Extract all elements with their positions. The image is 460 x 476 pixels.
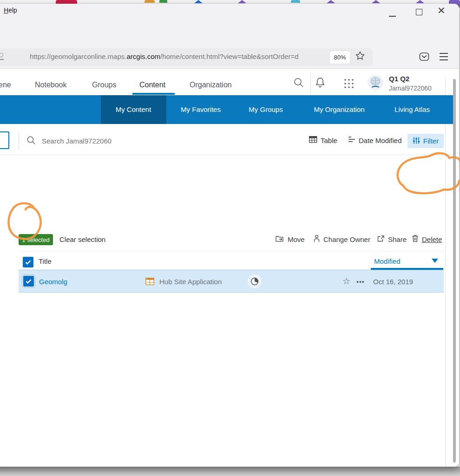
close-button[interactable]: ✕	[437, 5, 446, 16]
zoom-level-value: 80%	[334, 54, 346, 61]
hamburger-menu-icon[interactable]	[440, 53, 448, 60]
url-prefix: https://geomolgarconline.maps.	[30, 52, 126, 60]
favorite-star-icon[interactable]: ☆	[342, 277, 350, 286]
clear-selection-button[interactable]: Clear selection	[59, 235, 105, 243]
tab-my-groups[interactable]: My Groups	[249, 105, 283, 113]
url-path: /home/content.html?view=table&sortOrder=…	[160, 52, 299, 60]
view-table-label: Table	[321, 137, 337, 144]
nav-item-groups[interactable]: Groups	[92, 81, 116, 89]
scrollbar-track-edge	[445, 77, 446, 467]
menu-help-accel: H	[4, 7, 8, 14]
background-icon-fragment	[372, 0, 380, 3]
share-button[interactable]: Share	[377, 235, 407, 244]
menu-help-rest: elp	[8, 7, 17, 14]
sort-button[interactable]: Date Modified	[348, 133, 402, 148]
selection-count-label: 1 selected	[22, 236, 49, 243]
notifications-bell-icon[interactable]	[315, 77, 326, 91]
background-tab-fragment	[56, 0, 77, 4]
zoom-level-badge[interactable]: 80%	[330, 51, 350, 64]
change-owner-label: Change Owner	[323, 235, 370, 243]
background-icon-fragment	[145, 0, 155, 3]
table-row[interactable]: Geomolg Hub Site Application ☆ ••• Oct 1…	[19, 270, 444, 293]
arcgis-page: ene Notebook Groups Content Organization	[0, 69, 459, 467]
column-header-modified[interactable]: Modified	[374, 257, 401, 265]
sharing-status-icon[interactable]	[248, 274, 262, 288]
filter-button[interactable]: Filter	[407, 134, 444, 148]
search-icon	[26, 136, 36, 147]
sort-icon	[348, 136, 355, 145]
maximize-button[interactable]	[414, 7, 425, 18]
select-all-checkbox[interactable]	[23, 257, 33, 267]
url-fade	[297, 49, 320, 65]
nav-item-content[interactable]: Content	[139, 81, 165, 89]
scrollbar-thumb[interactable]	[453, 79, 456, 463]
minimize-icon	[389, 16, 396, 17]
delete-label: Delete	[422, 235, 442, 243]
close-icon: ✕	[437, 5, 446, 16]
background-icon-fragment	[327, 0, 335, 3]
column-header-title[interactable]: Title	[39, 257, 52, 265]
filter-label: Filter	[423, 137, 439, 145]
move-label: Move	[288, 235, 305, 243]
user-avatar[interactable]	[367, 74, 384, 93]
user-display-name: Q1 Q2	[389, 75, 409, 83]
toolbar-bottom-divider	[0, 155, 454, 155]
nav-divider	[310, 72, 311, 95]
background-icon-fragment	[416, 0, 424, 3]
move-icon	[276, 235, 284, 243]
item-title-link[interactable]: Geomolg	[39, 278, 67, 286]
delete-trash-icon	[412, 235, 419, 244]
table-view-icon	[309, 136, 317, 145]
move-button[interactable]: Move	[276, 235, 305, 243]
tab-my-organization[interactable]: My Organization	[314, 105, 364, 113]
search-input[interactable]	[41, 134, 217, 148]
permissions-icon-base	[0, 59, 4, 60]
filter-icon	[413, 137, 420, 146]
view-table-button[interactable]: Table	[309, 133, 337, 148]
menu-help[interactable]: Help	[4, 7, 17, 14]
change-owner-button[interactable]: Change Owner	[313, 235, 370, 244]
app-launcher-icon[interactable]	[343, 78, 355, 91]
content-subnav: My Content My Favorites My Groups My Org…	[0, 95, 454, 124]
browser-window: Help ✕ https://geomolgarconline.maps.arc…	[0, 4, 459, 467]
share-label: Share	[388, 235, 407, 243]
bookmark-star-icon[interactable]	[355, 51, 365, 63]
selection-count-badge: 1 selected	[19, 234, 53, 245]
new-item-button-partial[interactable]	[0, 131, 9, 149]
url-text: https://geomolgarconline.maps.arcgis.com…	[30, 52, 309, 60]
sort-direction-icon[interactable]	[432, 259, 438, 263]
search-divider	[19, 132, 19, 149]
tab-my-content[interactable]: My Content	[116, 105, 151, 113]
nav-item-organization[interactable]: Organization	[190, 81, 232, 89]
url-domain: arcgis.com	[126, 52, 160, 60]
share-icon	[377, 235, 385, 244]
nav-item-notebook[interactable]: Notebook	[35, 81, 67, 89]
sort-label: Date Modified	[359, 137, 402, 144]
background-icon-fragment	[238, 0, 246, 3]
user-username: Jamal9722060	[389, 85, 432, 92]
tab-living-atlas[interactable]: Living Atlas	[394, 105, 430, 113]
background-icon-fragment	[291, 0, 300, 3]
pocket-icon[interactable]	[419, 52, 429, 64]
delete-button[interactable]: Delete	[412, 235, 442, 244]
background-icon-fragment	[159, 0, 167, 3]
table-header-top-line	[19, 251, 444, 252]
background-icon-fragment	[194, 0, 203, 3]
row-checkbox[interactable]	[23, 276, 34, 287]
desktop: Help ✕ https://geomolgarconline.maps.arc…	[0, 0, 460, 476]
more-options-icon[interactable]: •••	[356, 279, 365, 285]
nav-item-scene[interactable]: ene	[0, 81, 11, 89]
tab-my-favorites[interactable]: My Favorites	[181, 105, 221, 113]
minimize-button[interactable]	[387, 8, 398, 20]
item-modified-date: Oct 16, 2019	[373, 278, 413, 286]
item-type-label: Hub Site Application	[159, 278, 222, 286]
nav-search-icon[interactable]	[293, 77, 304, 90]
maximize-icon	[416, 9, 422, 15]
nav-active-underline	[132, 93, 175, 95]
change-owner-icon	[313, 235, 320, 244]
hub-site-application-icon	[145, 278, 154, 287]
taskbar-strip	[0, 467, 460, 476]
